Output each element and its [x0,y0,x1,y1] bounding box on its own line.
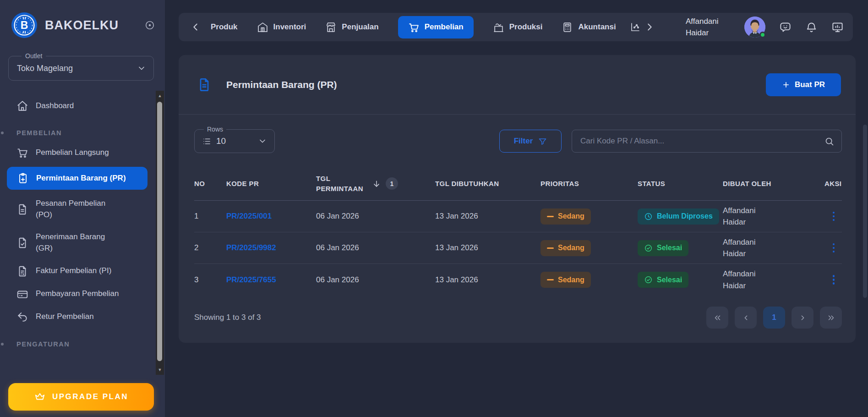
last-page-button[interactable] [820,307,842,329]
sidebar-item-pembelian-langsung[interactable]: Pembelian Langsung [0,141,156,164]
return-arrow-icon [16,311,28,323]
rows-value: 10 [216,136,226,146]
nav-item-akuntansi[interactable]: Akuntansi [562,22,616,33]
cart-icon [16,147,28,159]
row-actions-kebab-icon[interactable] [824,239,843,257]
upgrade-plan-label: UPGRADE PLAN [52,392,128,401]
sidebar-item-label: Retur Pembelian [36,311,94,323]
status-badge: Selesai [638,272,688,288]
chevron-down-icon [258,137,267,146]
current-page-button[interactable]: 1 [763,307,785,329]
search-box [572,130,842,153]
create-pr-button[interactable]: Buat PR [766,73,841,96]
page-scrollbar-thumb[interactable] [863,125,867,298]
warehouse-icon [257,22,268,33]
table-row: 1 PR/2025/001 06 Jan 2026 13 Jan 2026 Se… [194,201,842,232]
sidebar-item-retur-pembelian[interactable]: Retur Pembelian [0,306,156,329]
table-footer: Showing 1 to 3 of 3 1 [194,307,842,329]
crown-icon [34,391,46,403]
file-check-icon [16,237,28,249]
sidebar-item-pembayaran-pembelian[interactable]: Pembayaran Pembelian [0,283,156,306]
sidebar: B BAKOELKU Outlet Toko Magelang Dashboar… [0,0,165,417]
nav-item-label: Produksi [509,22,543,32]
cell-tgl-dibutuhkan: 13 Jan 2026 [435,212,540,221]
sort-desc-icon[interactable] [372,179,381,188]
pr-code-link[interactable]: PR/2025/9982 [226,243,276,252]
cell-dibuat-oleh: Affandani Haidar [723,236,774,260]
next-page-button[interactable] [792,307,813,329]
first-page-button[interactable] [706,307,728,329]
sidebar-item-label: Dashboard [36,100,74,112]
nav-item-produk[interactable]: Produk [211,22,238,32]
cell-dibuat-oleh: Affandani Haidar [723,268,774,291]
sidebar-item-penerimaan-barang[interactable]: Penerimaan Barang (GR) [0,226,156,259]
scroll-down-icon[interactable]: ▼ [156,366,164,374]
row-actions-kebab-icon[interactable] [824,207,843,225]
list-icon [202,137,212,146]
online-status-dot [759,32,766,38]
sidebar-item-faktur-pembelian[interactable]: Faktur Pembelian (PI) [0,260,156,283]
pagination: 1 [706,307,842,329]
cell-tgl-permintaan: 06 Jan 2026 [316,275,435,285]
col-header-tgl-permintaan[interactable]: TGL PERMINTAAN 1 [316,174,435,194]
col-header-kode-pr: KODE PR [226,180,316,187]
sidebar-scrollbar[interactable]: ▲ ▼ [156,91,164,375]
sidebar-item-dashboard[interactable]: Dashboard [0,94,156,117]
pr-code-link[interactable]: PR/2025/7655 [226,275,276,284]
prev-page-button[interactable] [735,307,757,329]
cell-no: 1 [194,212,226,221]
pr-code-link[interactable]: PR/2025/001 [226,212,272,220]
cell-no: 2 [194,243,226,252]
col-header-prioritas: PRIORITAS [540,180,638,187]
nav-items: Produk Inventori Penjualan Pembelian Pro… [211,16,616,38]
nav-item-produksi[interactable]: Produksi [493,22,543,33]
sidebar-item-pesanan-pembelian[interactable]: Pesanan Pembelian (PO) [0,192,156,226]
cell-no: 3 [194,275,226,285]
nav-item-label: Inventori [273,22,306,32]
calculator-icon [562,22,573,33]
monitor-chart-icon[interactable] [831,21,844,33]
scroll-up-icon[interactable]: ▲ [156,92,164,100]
nav-item-label: Pembelian [425,22,464,32]
chevron-right-icon[interactable] [644,22,655,32]
cell-tgl-permintaan: 06 Jan 2026 [316,243,435,252]
priority-badge: Sedang [540,240,591,256]
cell-dibuat-oleh: Affandani Haidar [723,205,774,228]
row-actions-kebab-icon[interactable] [824,271,843,289]
nav-user-area: Affandani Haidar [686,16,844,39]
check-circle-icon [644,244,653,252]
search-icon[interactable] [824,137,834,146]
sidebar-scrollbar-thumb[interactable] [157,102,162,361]
chevron-down-icon [137,64,146,73]
outlet-select[interactable]: Outlet Toko Magelang [8,56,154,81]
circle-dot-icon[interactable] [145,20,155,30]
brand-name: BAKOELKU [45,18,119,33]
filter-button[interactable]: Filter [499,130,562,153]
sidebar-item-label: Permintaan Barang (PR) [36,173,126,184]
showing-count: Showing 1 to 3 of 3 [194,313,261,322]
sidebar-item-permintaan-barang[interactable]: Permintaan Barang (PR) [7,167,147,190]
nav-item-inventori[interactable]: Inventori [257,22,306,33]
nav-item-penjualan[interactable]: Penjualan [325,22,378,33]
svg-text:B: B [21,19,28,31]
pr-table: NO KODE PR TGL PERMINTAAN 1 TGL DIBUTUHK… [194,167,842,296]
store-icon [325,22,337,33]
chart-icon[interactable] [630,22,641,33]
rows-per-page-select[interactable]: Rows 10 [194,129,275,153]
upgrade-plan-button[interactable]: UPGRADE PLAN [8,383,154,411]
file-lines-icon [16,265,28,277]
filter-label: Filter [514,137,533,146]
brand: B BAKOELKU [0,0,165,38]
sort-priority-badge: 1 [386,177,398,190]
chevron-left-icon[interactable] [191,22,201,32]
card-header: Permintaan Barang (PR) Buat PR [179,55,856,115]
user-avatar[interactable] [744,16,765,38]
bell-icon[interactable] [805,21,818,33]
dash-icon [547,216,554,217]
col-header-tgl-dibutuhkan: TGL DIBUTUHKAN [435,179,540,189]
page-title: Permintaan Barang (PR) [226,79,337,90]
chat-smile-icon[interactable] [779,21,792,33]
search-input[interactable] [572,130,841,152]
nav-item-pembelian[interactable]: Pembelian [398,16,474,38]
cell-tgl-dibutuhkan: 13 Jan 2026 [435,243,540,252]
